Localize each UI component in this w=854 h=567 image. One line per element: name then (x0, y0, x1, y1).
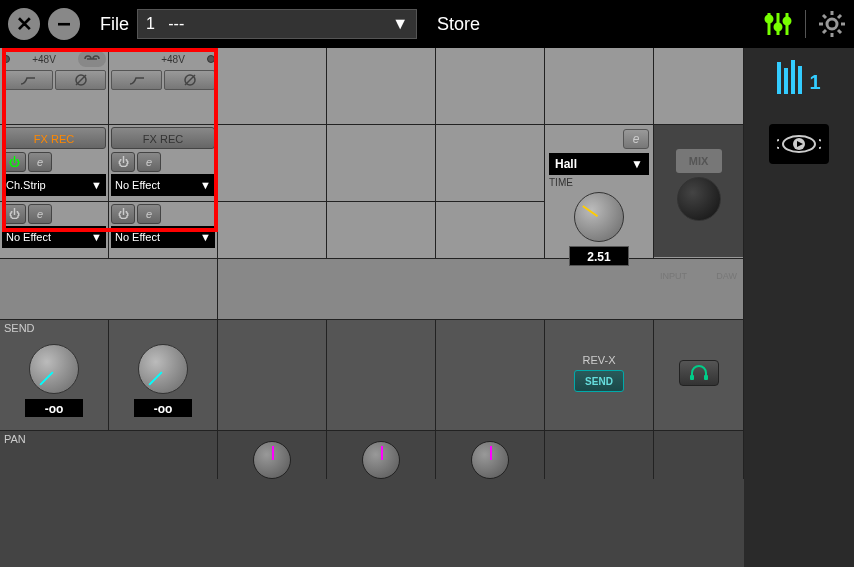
output-icon[interactable] (769, 124, 829, 164)
svg-point-5 (784, 18, 790, 24)
pan-knob[interactable] (471, 441, 509, 479)
fx-edit-button[interactable]: e (137, 204, 161, 224)
empty-cell (436, 48, 545, 124)
empty-cell (327, 202, 436, 258)
empty-cell (654, 431, 744, 479)
ch2-input-controls: +48V (109, 48, 218, 124)
mix-button[interactable]: MIX (676, 149, 722, 173)
empty-cell (436, 320, 545, 430)
pan-label: PAN (4, 433, 26, 445)
effect-select[interactable]: No Effect▼ (111, 174, 215, 196)
phantom-led[interactable] (207, 55, 215, 63)
empty-cell (327, 320, 436, 430)
ch1-fx2-section: ⏻ e No Effect▼ (0, 202, 109, 258)
empty-cell (436, 202, 545, 258)
empty-cell (218, 48, 327, 124)
phantom-led[interactable] (2, 55, 10, 63)
empty-cell (0, 259, 218, 319)
mixer-number: 1 (809, 71, 820, 94)
input-label: INPUT (660, 271, 687, 281)
top-bar: ✕ − File 1 --- ▼ Store (0, 0, 854, 48)
fx-power-button[interactable]: ⏻ (2, 204, 26, 224)
reverb-edit-button[interactable]: e (623, 129, 649, 149)
effect-select[interactable]: No Effect▼ (111, 226, 215, 248)
empty-cell (327, 48, 436, 124)
ch3-pan (218, 431, 327, 479)
right-panel: 1 (744, 48, 854, 567)
daw-label: DAW (716, 271, 737, 281)
headphone-section (654, 320, 744, 430)
send-knob[interactable] (29, 344, 79, 394)
minimize-button[interactable]: − (48, 8, 80, 40)
svg-line-11 (823, 15, 826, 18)
reverb-time-knob[interactable] (574, 192, 624, 242)
fx-power-button[interactable]: ⏻ (111, 204, 135, 224)
svg-point-3 (766, 16, 772, 22)
empty-cell (218, 202, 327, 258)
ch1-pan: PAN (0, 431, 218, 479)
ch5-pan (436, 431, 545, 479)
send-value: -oo (24, 398, 84, 418)
empty-cell (545, 431, 654, 479)
reverb-section: e Hall▼ TIME 2.51 (545, 125, 654, 257)
ch1-input-controls: +48V (0, 48, 109, 124)
fx-power-button[interactable]: ⏻ (2, 152, 26, 172)
svg-line-13 (823, 30, 826, 33)
empty-cell (654, 48, 744, 124)
ch1-send: SEND -oo (0, 320, 109, 430)
headphone-button[interactable] (679, 360, 719, 386)
hpf-button[interactable] (2, 70, 53, 90)
empty-cell (218, 320, 327, 430)
file-label: File (100, 14, 129, 35)
reverb-type-select[interactable]: Hall▼ (549, 153, 649, 175)
effect-select[interactable]: No Effect▼ (2, 226, 106, 248)
empty-cell (545, 48, 654, 124)
ch2-send: -oo (109, 320, 218, 430)
svg-rect-19 (690, 375, 694, 380)
svg-line-12 (838, 30, 841, 33)
phase-button[interactable] (164, 70, 215, 90)
store-button[interactable]: Store (437, 14, 480, 35)
send-value: -oo (133, 398, 193, 418)
revx-send-button[interactable]: SEND (574, 370, 624, 392)
svg-line-14 (838, 15, 841, 18)
ch2-fx-section: FX REC ⏻ e No Effect▼ (109, 125, 218, 201)
empty-cell (218, 259, 744, 319)
divider (805, 10, 806, 38)
file-select[interactable]: 1 --- ▼ (137, 9, 417, 39)
pan-knob[interactable] (253, 441, 291, 479)
ch1-fx-section: FX REC ⏻ e Ch.Strip▼ (0, 125, 109, 201)
send-knob[interactable] (138, 344, 188, 394)
empty-cell (218, 125, 327, 201)
time-label: TIME (549, 177, 649, 188)
phantom-label: +48V (32, 54, 56, 65)
gear-icon[interactable] (818, 10, 846, 38)
empty-cell (436, 125, 545, 201)
fx-edit-button[interactable]: e (137, 152, 161, 172)
master-section: MIX INPUT DAW (654, 125, 744, 257)
mix-knob[interactable] (677, 177, 721, 221)
mixer-view-icon[interactable]: 1 (777, 60, 820, 94)
mixer-settings-icon[interactable] (763, 11, 793, 37)
fx-rec-button[interactable]: FX REC (2, 127, 106, 149)
ch4-pan (327, 431, 436, 479)
fx-rec-button[interactable]: FX REC (111, 127, 215, 149)
pan-knob[interactable] (362, 441, 400, 479)
fx-edit-button[interactable]: e (28, 152, 52, 172)
revx-section: REV-X SEND (545, 320, 654, 430)
svg-point-4 (775, 24, 781, 30)
effect-select[interactable]: Ch.Strip▼ (2, 174, 106, 196)
svg-point-6 (827, 19, 837, 29)
link-icon[interactable] (78, 51, 106, 67)
fx-edit-button[interactable]: e (28, 204, 52, 224)
revx-label: REV-X (549, 354, 649, 366)
svg-rect-20 (704, 375, 708, 380)
empty-cell (327, 125, 436, 201)
hpf-button[interactable] (111, 70, 162, 90)
fx-power-button[interactable]: ⏻ (111, 152, 135, 172)
send-label: SEND (4, 322, 35, 334)
close-button[interactable]: ✕ (8, 8, 40, 40)
chevron-down-icon: ▼ (392, 15, 408, 33)
ch2-fx2-section: ⏻ e No Effect▼ (109, 202, 218, 258)
phase-button[interactable] (55, 70, 106, 90)
